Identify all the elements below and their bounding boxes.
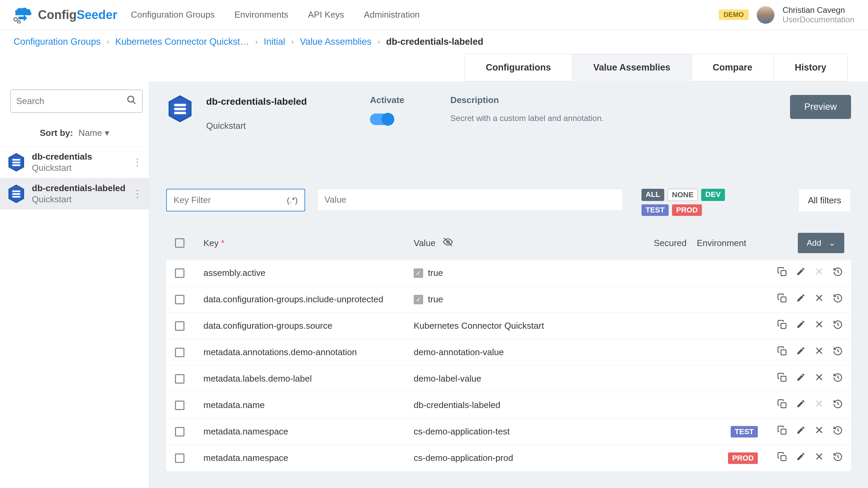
- nav-environments[interactable]: Environments: [234, 9, 288, 20]
- sidebar-item-db-credentials[interactable]: db-credentials Quickstart ⋮: [0, 146, 149, 178]
- logo[interactable]: ConfigSeeder: [14, 6, 117, 23]
- search-input[interactable]: [16, 96, 126, 106]
- more-icon[interactable]: ⋮: [133, 160, 142, 165]
- row-checkbox[interactable]: [175, 427, 184, 436]
- edit-icon[interactable]: [796, 372, 806, 385]
- sidebar-item-sub: Quickstart: [32, 194, 126, 205]
- edit-icon[interactable]: [796, 452, 806, 464]
- delete-icon[interactable]: [814, 293, 824, 306]
- activate-toggle[interactable]: [370, 114, 394, 125]
- copy-icon[interactable]: [777, 452, 787, 464]
- cell-value: cs-demo-application-prod: [414, 453, 641, 463]
- activate-label: Activate: [370, 95, 404, 105]
- history-icon[interactable]: [833, 267, 843, 279]
- history-icon[interactable]: [833, 425, 843, 438]
- svg-rect-30: [781, 376, 786, 381]
- add-button[interactable]: Add ⌄: [798, 233, 844, 253]
- chevron-right-icon: ›: [255, 38, 258, 46]
- more-icon[interactable]: ⋮: [133, 191, 142, 196]
- header-right: DEMO Christian Cavegn UserDocumentation: [719, 5, 854, 24]
- assembly-header: db-credentials-labeled Quickstart Activa…: [166, 95, 851, 131]
- row-checkbox[interactable]: [175, 374, 184, 384]
- copy-icon[interactable]: [777, 293, 787, 306]
- regex-toggle[interactable]: (.*): [287, 196, 298, 205]
- history-icon[interactable]: [833, 452, 843, 464]
- assembly-icon: [166, 95, 194, 123]
- cell-key: metadata.namespace: [193, 426, 414, 437]
- nav-api-keys[interactable]: API Keys: [308, 9, 344, 20]
- edit-icon[interactable]: [796, 320, 806, 332]
- cell-key: metadata.name: [193, 400, 414, 410]
- copy-icon[interactable]: [777, 372, 787, 385]
- edit-icon[interactable]: [796, 425, 806, 438]
- row-checkbox[interactable]: [175, 401, 184, 410]
- key-filter-input[interactable]: [174, 195, 287, 205]
- nav-administration[interactable]: Administration: [364, 9, 420, 20]
- copy-icon[interactable]: [777, 346, 787, 359]
- row-checkbox[interactable]: [175, 348, 184, 357]
- search-icon[interactable]: [126, 95, 137, 107]
- nav-configuration-groups[interactable]: Configuration Groups: [131, 9, 215, 20]
- copy-icon[interactable]: [777, 399, 787, 411]
- crumb-version[interactable]: Initial: [264, 37, 285, 47]
- row-checkbox[interactable]: [175, 453, 184, 463]
- history-icon[interactable]: [833, 346, 843, 359]
- delete-icon[interactable]: [814, 320, 824, 332]
- edit-icon[interactable]: [796, 293, 806, 306]
- tab-value-assemblies[interactable]: Value Assemblies: [572, 54, 692, 81]
- sidebar-item-db-credentials-labeled[interactable]: db-credentials-labeled Quickstart ⋮: [0, 178, 149, 209]
- history-icon[interactable]: [833, 293, 843, 306]
- history-icon[interactable]: [833, 399, 843, 411]
- breadcrumb: Configuration Groups › Kubernetes Connec…: [0, 30, 868, 54]
- copy-icon[interactable]: [777, 320, 787, 332]
- copy-icon[interactable]: [777, 267, 787, 279]
- eye-off-icon[interactable]: [442, 237, 453, 250]
- row-checkbox[interactable]: [175, 321, 184, 331]
- key-filter-box[interactable]: (.*): [166, 189, 305, 211]
- value-filter-box[interactable]: [317, 189, 623, 211]
- env-tag-test[interactable]: TEST: [642, 204, 669, 216]
- assembly-icon: [7, 153, 26, 172]
- crumb-group[interactable]: Kubernetes Connector Quickst…: [115, 37, 249, 47]
- sidebar-search-box[interactable]: [10, 89, 143, 113]
- env-tag-dev[interactable]: DEV: [701, 189, 725, 201]
- svg-point-2: [128, 96, 134, 102]
- select-all-checkbox[interactable]: [175, 238, 184, 248]
- env-tag-prod[interactable]: PROD: [672, 204, 702, 216]
- edit-icon[interactable]: [796, 267, 806, 279]
- col-secured: Secured: [641, 238, 687, 248]
- row-checkbox[interactable]: [175, 268, 184, 278]
- svg-rect-13: [174, 104, 186, 106]
- cell-value: demo-annotation-value: [414, 347, 641, 358]
- crumb-config-groups[interactable]: Configuration Groups: [14, 37, 101, 47]
- copy-icon[interactable]: [777, 425, 787, 438]
- env-tag-all[interactable]: ALL: [642, 189, 664, 201]
- svg-rect-6: [12, 162, 20, 163]
- svg-rect-9: [12, 190, 20, 192]
- delete-icon[interactable]: [814, 372, 824, 385]
- row-checkbox[interactable]: [175, 295, 184, 304]
- all-filters-button[interactable]: All filters: [798, 189, 851, 212]
- env-tag-none[interactable]: NONE: [668, 189, 698, 201]
- col-value: Value: [414, 237, 641, 250]
- crumb-value-assemblies[interactable]: Value Assemblies: [300, 37, 371, 47]
- history-icon[interactable]: [833, 320, 843, 332]
- table-row: metadata.labels.demo-label demo-label-va…: [166, 365, 851, 392]
- delete-icon[interactable]: [814, 452, 824, 464]
- tab-history[interactable]: History: [773, 54, 848, 81]
- value-filter-input[interactable]: [324, 195, 615, 205]
- avatar[interactable]: [757, 6, 774, 24]
- tab-configurations[interactable]: Configurations: [465, 54, 572, 81]
- assembly-title: db-credentials-labeled: [206, 96, 307, 107]
- history-icon[interactable]: [833, 372, 843, 385]
- tab-compare[interactable]: Compare: [691, 54, 774, 81]
- table-row: assembly.active ✓true: [166, 260, 851, 286]
- preview-button[interactable]: Preview: [790, 95, 851, 119]
- edit-icon[interactable]: [796, 346, 806, 359]
- delete-icon[interactable]: [814, 425, 824, 438]
- delete-icon[interactable]: [814, 346, 824, 359]
- sort-dropdown[interactable]: Name ▾: [78, 128, 109, 138]
- main-nav: Configuration Groups Environments API Ke…: [131, 9, 420, 20]
- user-info: Christian Cavegn UserDocumentation: [783, 5, 854, 24]
- edit-icon[interactable]: [796, 399, 806, 411]
